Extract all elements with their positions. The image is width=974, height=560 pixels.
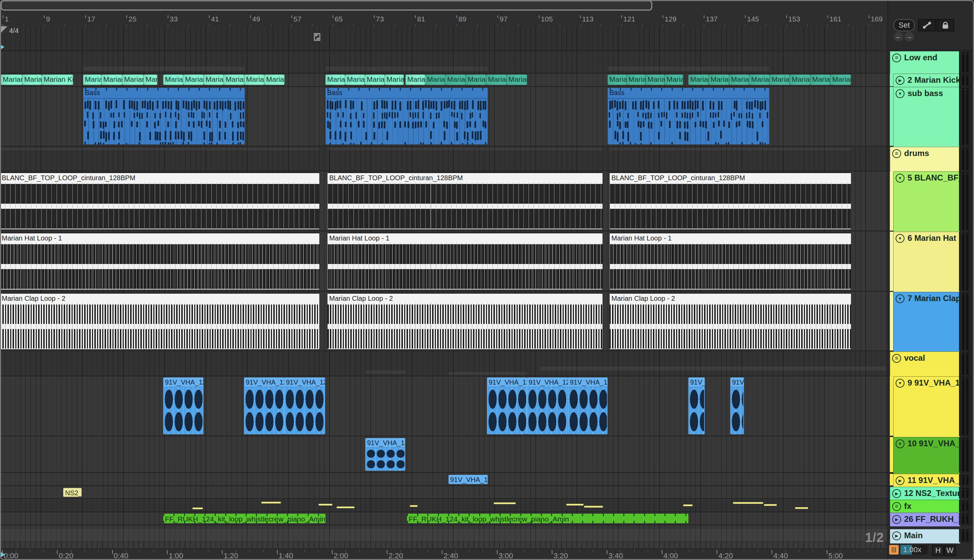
- unfold-track-icon[interactable]: ▼: [896, 294, 904, 303]
- forward-button[interactable]: →: [904, 32, 914, 42]
- lane-10-91v-vha-1[interactable]: [0, 437, 887, 473]
- clip-blanc-bf-top-loop-cinturan-128bpm[interactable]: BLANC_BF_TOP_LOOP_cinturan_128BPM: [610, 172, 851, 229]
- clip-91v-vha-12[interactable]: 91V_VHA_12: [163, 377, 203, 434]
- clip-bass[interactable]: Bass: [608, 88, 769, 145]
- track-name[interactable]: 12 NS2_Textur: [904, 488, 959, 498]
- clip-ns2-textur[interactable]: NS2_Textur: [63, 488, 82, 497]
- group-track-icon[interactable]: ≡: [892, 53, 901, 62]
- back-button[interactable]: ←: [894, 32, 903, 42]
- track-name[interactable]: 2 Marian Kick: [907, 75, 959, 85]
- clip-91v-vha-12[interactable]: 91V_VHA_12: [244, 377, 284, 434]
- time-ruler[interactable]: 0:000:200:401:001:201:402:002:202:403:00…: [0, 550, 887, 560]
- clip-marian-kick[interactable]: Marian Kick: [831, 75, 851, 85]
- song-start-marker[interactable]: [0, 26, 7, 34]
- clip-marian-kick[interactable]: Marian Kick: [224, 75, 244, 85]
- locator-strip[interactable]: 4/4: [0, 26, 887, 51]
- track-header-7-marian-clap[interactable]: ▼7 Marian Clap: [893, 292, 961, 353]
- track-header-6-marian-hat-l[interactable]: ▼6 Marian Hat L: [893, 232, 961, 293]
- clip-marian-kick[interactable]: Marian Kick: [244, 75, 264, 85]
- play-track-icon[interactable]: ▶: [892, 515, 901, 524]
- track-header-5-blanc-bf-t[interactable]: ▼5 BLANC_BF_T: [893, 171, 961, 233]
- track-name[interactable]: 6 Marian Hat L: [907, 233, 959, 243]
- clip-blanc-bf-top-loop-cinturan-128bpm[interactable]: BLANC_BF_TOP_LOOP_cinturan_128BPM: [0, 172, 319, 229]
- clip-marian-kick[interactable]: Marian Kick: [345, 75, 365, 85]
- track-header-vocal[interactable]: ≡vocal: [890, 352, 961, 378]
- track-header-sub-bass[interactable]: ▼sub bass: [893, 87, 961, 148]
- clip-marian-hat-loop-1[interactable]: Marian Hat Loop - 1: [0, 233, 319, 290]
- punch-loop-marker-icon[interactable]: [314, 33, 320, 41]
- play-track-icon[interactable]: ▶: [896, 476, 904, 485]
- bar-ruler[interactable]: 1917253341495765738189971051131211291371…: [0, 11, 887, 26]
- track-name[interactable]: 26 FF_RUKH_1: [904, 514, 959, 524]
- clip-marian-kick[interactable]: Marian Kick: [466, 75, 486, 85]
- track-header-11-91v-vha-1[interactable]: ▶11 91V_VHA_1: [893, 474, 961, 487]
- clip-bass[interactable]: Bass: [83, 88, 245, 145]
- clip-marian-kick[interactable]: Marian Kick: [144, 75, 157, 85]
- play-track-icon[interactable]: ▶: [892, 489, 901, 498]
- clip-marian-kick[interactable]: Marian Kick: [608, 75, 627, 85]
- clip-marian-kick[interactable]: Marian Kick: [507, 75, 527, 85]
- track-header-10-91v-vha-1[interactable]: ▼10 91V_VHA_1: [893, 437, 961, 474]
- track-name[interactable]: 11 91V_VHA_1: [907, 475, 959, 485]
- clip-marian-kick[interactable]: Marian Kick: [689, 75, 709, 85]
- clip-marian-kick[interactable]: Marian Kick: [385, 75, 404, 85]
- clip-marian-kick[interactable]: Marian Kick: [83, 75, 102, 85]
- clip-marian-kick[interactable]: Marian Kick: [102, 75, 122, 85]
- unfold-track-icon[interactable]: ▼: [896, 439, 904, 448]
- track-name[interactable]: sub bass: [907, 88, 943, 98]
- clip-marian-clap-loop-2[interactable]: Marian Clap Loop - 2: [610, 293, 851, 349]
- clip-marian-kick[interactable]: Marian Kick: [790, 75, 811, 85]
- clip-marian-kick[interactable]: Marian Kick: [445, 75, 466, 85]
- track-name[interactable]: Low end: [904, 53, 937, 62]
- clip-marian-kick[interactable]: Marian Kick: [1, 75, 22, 85]
- lane-9-91v-vha-12[interactable]: [0, 377, 887, 437]
- audio-stretch-icon[interactable]: [889, 545, 899, 555]
- arrangement-area[interactable]: 4/4 1/2 Marian KickMarian KickMarian Kic…: [0, 26, 887, 542]
- zoom-width-button[interactable]: W: [944, 545, 956, 556]
- clip-marian-clap-loop-2[interactable]: Marian Clap Loop - 2: [0, 293, 319, 349]
- set-button[interactable]: Set: [894, 19, 915, 31]
- clip-marian-kick[interactable]: Marian Kick: [709, 75, 729, 85]
- clip-marian-kick[interactable]: Marian Kick: [811, 75, 831, 85]
- play-track-icon[interactable]: ▶: [896, 76, 904, 85]
- track-header-drums[interactable]: ≡drums: [890, 147, 961, 173]
- unfold-track-icon[interactable]: ▼: [896, 174, 904, 183]
- clip-91v-vha-12[interactable]: 91V_VHA_12: [689, 377, 705, 434]
- track-header-main[interactable]: ▶Main: [890, 529, 961, 543]
- track-name[interactable]: 5 BLANC_BF_T: [907, 173, 959, 183]
- group-track-icon[interactable]: ≡: [892, 502, 901, 511]
- clip-marian-kick[interactable]: Marian Kick: [749, 75, 770, 85]
- clip-marian-hat-loop-1[interactable]: Marian Hat Loop - 1: [610, 233, 851, 290]
- clip-blanc-bf-top-loop-cinturan-128bpm[interactable]: BLANC_BF_TOP_LOOP_cinturan_128BPM: [327, 172, 602, 229]
- clip-marian-kick[interactable]: Marian Kick: [729, 75, 749, 85]
- clip-marian-kick[interactable]: Marian Kick: [646, 75, 665, 85]
- playback-speed-field[interactable]: 1.00x: [901, 545, 928, 555]
- unfold-track-icon[interactable]: ▼: [896, 379, 904, 388]
- group-track-icon[interactable]: ≡: [892, 149, 901, 158]
- track-header-9-91v-vha-12[interactable]: ▼9 91V_VHA_12: [893, 377, 961, 438]
- clip-marian-kick[interactable]: Marian Kick: [770, 75, 790, 85]
- zoom-height-button[interactable]: H: [932, 545, 944, 556]
- clip-marian-kick[interactable]: Marian Kick: [365, 75, 385, 85]
- clip-marian-kick[interactable]: Marian Kick: [405, 75, 425, 85]
- clip-bass[interactable]: Bass: [325, 88, 488, 145]
- lock-envelopes-button[interactable]: [937, 19, 954, 31]
- clip-marian-kick[interactable]: Marian Kick: [665, 75, 683, 85]
- clip-marian-kick[interactable]: Marian Kick: [425, 75, 445, 85]
- arrangement-overview[interactable]: [0, 0, 974, 11]
- clip-marian-clap-loop-2[interactable]: Marian Clap Loop - 2: [327, 293, 602, 349]
- play-track-icon[interactable]: ▶: [892, 532, 901, 540]
- track-header-2-marian-kick[interactable]: ▶2 Marian Kick: [893, 73, 961, 88]
- lane-main[interactable]: [0, 529, 887, 542]
- clip-marian-kick[interactable]: Marian Kick: [122, 75, 144, 85]
- track-header-fx[interactable]: ≡fx: [890, 500, 961, 514]
- clip-marian-kick[interactable]: Marian Kick: [325, 75, 345, 85]
- unfold-track-icon[interactable]: ▼: [896, 89, 904, 98]
- clip-ff-rukh-124-kit-loop-whistlecrew-piano-amin[interactable]: FF_RUKH_124_kit_loop_whistlecrew_piano_A…: [163, 514, 325, 523]
- clip-marian-kick[interactable]: Marian Kick: [22, 75, 42, 85]
- track-header-12-ns2-textur[interactable]: ▶12 NS2_Textur: [890, 487, 961, 500]
- clip-91v-vha-12[interactable]: 91V_VHA_12: [487, 377, 527, 434]
- clip-marian-kick[interactable]: Marian Kick: [627, 75, 646, 85]
- clip-marian-kick[interactable]: Marian Kick: [183, 75, 204, 85]
- clip-marian-hat-loop-1[interactable]: Marian Hat Loop - 1: [327, 233, 602, 290]
